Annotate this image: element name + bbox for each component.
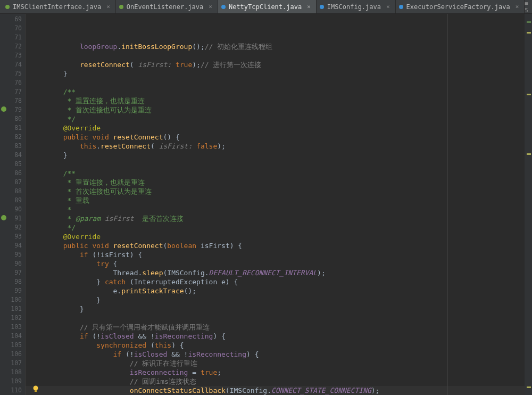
code-line[interactable]: /** <box>30 87 525 96</box>
tabs-overflow-indicator[interactable]: ≡ 5 <box>525 0 532 14</box>
tab-oneventlistener-java[interactable]: OnEventListener.java× <box>116 0 218 13</box>
override-gutter-icon[interactable] <box>1 215 6 220</box>
file-type-icon <box>399 5 403 9</box>
tab-executorservicefactory-java[interactable]: ExecutorServiceFactory.java× <box>396 0 525 13</box>
tab-label: IMSClientInterface.java <box>13 3 101 11</box>
code-line[interactable]: // 标识正在进行重连 <box>30 359 525 368</box>
code-line[interactable]: } <box>30 295 525 305</box>
code-line[interactable]: * 重置连接，也就是重连 <box>30 96 525 105</box>
stripe-marker[interactable] <box>527 32 531 34</box>
code-line[interactable]: this.resetConnect( isFirst: false); <box>30 142 525 151</box>
close-icon[interactable]: × <box>386 3 390 10</box>
code-line[interactable] <box>30 51 525 60</box>
code-line[interactable]: if (!isClosed && !isReconnecting) { <box>30 350 525 359</box>
override-gutter-icon[interactable] <box>1 106 6 112</box>
file-type-icon <box>119 5 123 9</box>
code-line[interactable]: try { <box>30 259 525 268</box>
code-line[interactable]: /** <box>30 169 525 178</box>
code-line[interactable]: * 首次连接也可认为是重连 <box>30 187 525 196</box>
tab-label: NettyTcpClient.java <box>229 3 302 11</box>
code-line[interactable]: public void resetConnect() { <box>30 133 525 142</box>
code-line[interactable]: e.printStackTrace(); <box>30 286 525 295</box>
code-line[interactable]: loopGroup.initBossLoopGroup();// 初始化重连线程… <box>30 42 525 51</box>
code-line[interactable]: // 回调ims连接状态 <box>30 377 525 386</box>
tab-imsclientinterface-java[interactable]: IMSClientInterface.java× <box>2 0 116 13</box>
error-stripe[interactable] <box>525 14 532 395</box>
code-line[interactable]: */ <box>30 114 525 124</box>
svg-point-0 <box>34 386 38 391</box>
stripe-marker[interactable] <box>527 153 531 155</box>
code-line[interactable]: public void resetConnect(boolean isFirst… <box>30 241 525 250</box>
code-line[interactable]: @Override <box>30 124 525 133</box>
code-line[interactable]: * 首次连接也可认为是重连 <box>30 105 525 114</box>
file-type-icon <box>221 5 226 9</box>
tab-label: OnEventListener.java <box>127 3 204 11</box>
code-line[interactable]: if (!isClosed && !isReconnecting) { <box>30 332 525 341</box>
code-line[interactable] <box>30 78 525 87</box>
code-line[interactable]: * <box>30 205 525 214</box>
close-icon[interactable]: × <box>307 3 311 10</box>
code-line[interactable]: @Override <box>30 232 525 241</box>
code-line[interactable]: * 重载 <box>30 196 525 205</box>
code-line[interactable]: if (!isFirst) { <box>30 250 525 259</box>
code-line[interactable]: } catch (InterruptedException e) { <box>30 277 525 286</box>
code-line[interactable]: } <box>30 69 525 78</box>
right-margin-guide <box>447 14 448 395</box>
code-line[interactable]: */ <box>30 223 525 232</box>
stripe-marker[interactable] <box>527 21 531 23</box>
code-line[interactable]: } <box>30 151 525 160</box>
code-line[interactable] <box>30 314 525 323</box>
tab-bar: IMSClientInterface.java×OnEventListener.… <box>0 0 532 14</box>
line-number-gutter: 6970717273747576777879808182838485868788… <box>0 14 26 395</box>
stripe-marker[interactable] <box>527 94 531 95</box>
close-icon[interactable]: × <box>516 3 519 10</box>
tab-label: IMSConfig.java <box>327 3 381 11</box>
code-content[interactable]: loopGroup.initBossLoopGroup();// 初始化重连线程… <box>26 14 525 395</box>
editor-area: 6970717273747576777879808182838485868788… <box>0 14 532 395</box>
tab-imsconfig-java[interactable]: IMSConfig.java× <box>317 0 396 13</box>
file-type-icon <box>320 5 324 9</box>
tab-label: ExecutorServiceFactory.java <box>406 3 510 11</box>
intention-bulb-icon[interactable] <box>32 385 39 393</box>
close-icon[interactable]: × <box>209 3 212 10</box>
code-line[interactable] <box>30 160 525 169</box>
code-line[interactable]: isReconnecting = true; <box>30 368 525 377</box>
code-line[interactable]: * @param isFirst 是否首次连接 <box>30 214 525 223</box>
file-type-icon <box>5 5 10 9</box>
code-line[interactable]: * 重置连接，也就是重连 <box>30 178 525 187</box>
code-line[interactable]: synchronized (this) { <box>30 341 525 350</box>
stripe-marker[interactable] <box>527 386 531 388</box>
code-line[interactable]: Thread.sleep(IMSConfig.DEFAULT_RECONNECT… <box>30 268 525 277</box>
code-line[interactable]: resetConnect( isFirst: true);// 进行第一次连接 <box>30 60 525 69</box>
code-line[interactable]: } <box>30 305 525 314</box>
close-icon[interactable]: × <box>106 3 110 10</box>
svg-rect-1 <box>35 390 37 392</box>
tab-nettytcpclient-java[interactable]: NettyTcpClient.java× <box>218 0 317 13</box>
code-line[interactable]: // 只有第一个调用者才能赋值并调用重连 <box>30 323 525 332</box>
